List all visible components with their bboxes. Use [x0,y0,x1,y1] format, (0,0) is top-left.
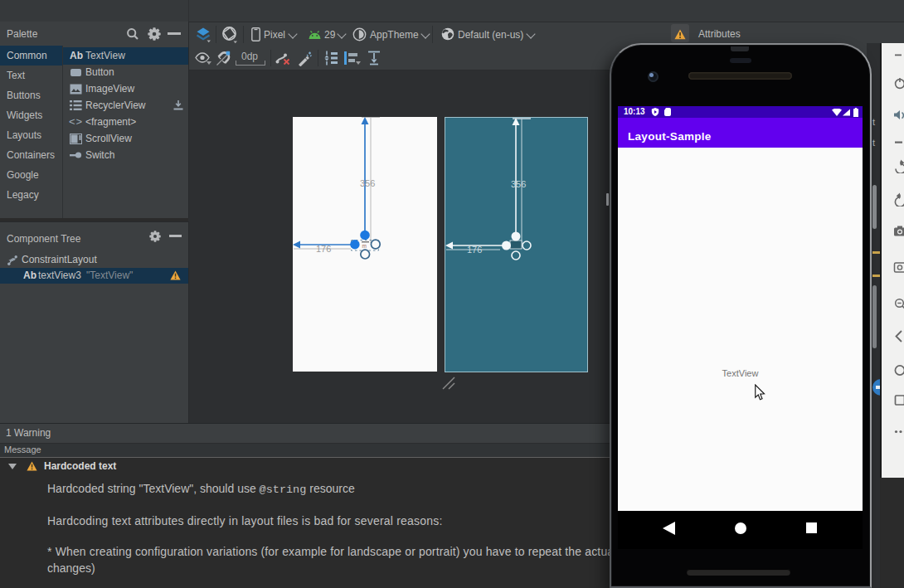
svg-text:356: 356 [511,179,526,189]
svg-text:356: 356 [360,178,375,188]
svg-text:176: 176 [316,244,331,254]
svg-text:176: 176 [467,245,482,255]
svg-text:m: m [362,243,367,249]
